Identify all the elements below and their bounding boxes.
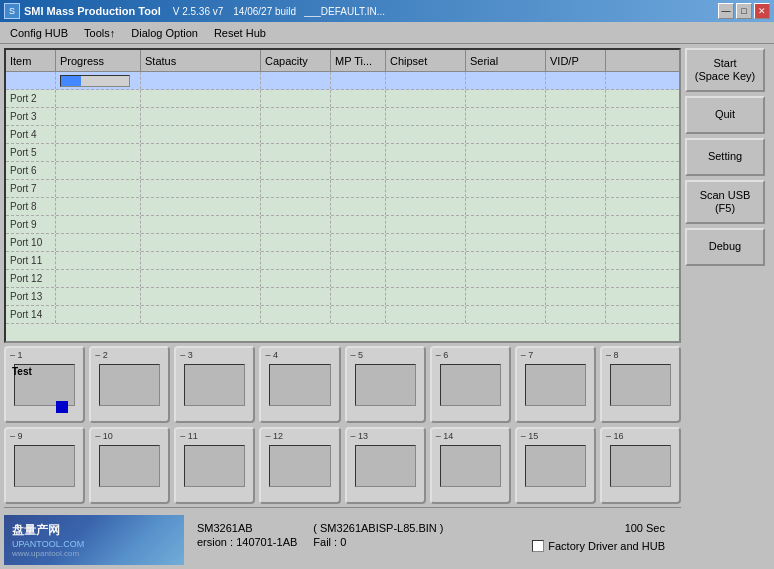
table-row[interactable]: Port 5 xyxy=(6,144,679,162)
table-row[interactable]: Port 6 xyxy=(6,162,679,180)
port-number: – 8 xyxy=(606,350,619,360)
port-test-label: Test xyxy=(12,366,32,377)
port-number: – 12 xyxy=(265,431,283,441)
port-14[interactable]: – 14 xyxy=(430,427,511,504)
port-number: – 5 xyxy=(351,350,364,360)
port-13[interactable]: – 13 xyxy=(345,427,426,504)
watermark-url2: www.upantool.com xyxy=(12,549,176,558)
cell-vidpid xyxy=(546,288,606,305)
table-header: Item Progress Status Capacity MP Ti... C… xyxy=(6,50,679,72)
port-inner xyxy=(525,364,586,406)
port-15[interactable]: – 15 xyxy=(515,427,596,504)
port-indicator xyxy=(56,401,68,413)
menu-config-hub[interactable]: Config HUB xyxy=(2,25,76,41)
maximize-button[interactable]: □ xyxy=(736,3,752,19)
watermark-url: UPANTOOL.COM xyxy=(12,539,176,549)
port-3[interactable]: – 3 xyxy=(174,346,255,423)
cell-status xyxy=(141,90,261,107)
port-11[interactable]: – 11 xyxy=(174,427,255,504)
cell-status xyxy=(141,162,261,179)
table-row[interactable]: Port 2 xyxy=(6,90,679,108)
port-2[interactable]: – 2 xyxy=(89,346,170,423)
setting-button[interactable]: Setting xyxy=(685,138,765,176)
table-row[interactable]: Port 4 xyxy=(6,126,679,144)
cell-capacity xyxy=(261,198,331,215)
menu-dialog-option[interactable]: Dialog Option xyxy=(123,25,206,41)
table-row[interactable]: Port 13 xyxy=(6,288,679,306)
cell-status xyxy=(141,180,261,197)
port-16[interactable]: – 16 xyxy=(600,427,681,504)
scan-usb-button[interactable]: Scan USB(F5) xyxy=(685,180,765,224)
port-inner xyxy=(355,445,416,487)
port-inner xyxy=(525,445,586,487)
port-12[interactable]: – 12 xyxy=(259,427,340,504)
scroll-right-button[interactable]: ▶ xyxy=(661,343,677,344)
close-button[interactable]: ✕ xyxy=(754,3,770,19)
cell-progress xyxy=(56,198,141,215)
horizontal-scrollbar[interactable]: ▶ xyxy=(6,341,679,343)
table-row[interactable] xyxy=(6,72,679,90)
factory-checkbox-row[interactable]: Factory Driver and HUB xyxy=(532,540,665,552)
cell-chipset xyxy=(386,162,466,179)
port-10[interactable]: – 10 xyxy=(89,427,170,504)
port-number: – 11 xyxy=(180,431,198,441)
port-7[interactable]: – 7 xyxy=(515,346,596,423)
cell-status xyxy=(141,252,261,269)
cell-item: Port 12 xyxy=(6,270,56,287)
minimize-button[interactable]: — xyxy=(718,3,734,19)
table-row[interactable]: Port 8 xyxy=(6,198,679,216)
port-6[interactable]: – 6 xyxy=(430,346,511,423)
cell-item: Port 2 xyxy=(6,90,56,107)
menu-reset-hub[interactable]: Reset Hub xyxy=(206,25,274,41)
port-inner: Test xyxy=(14,364,75,406)
cell-serial xyxy=(466,270,546,287)
cell-progress xyxy=(56,126,141,143)
menu-bar: Config HUB Tools↑ Dialog Option Reset Hu… xyxy=(0,22,774,44)
progress-bar xyxy=(60,75,130,87)
cell-vidpid xyxy=(546,216,606,233)
cell-item xyxy=(6,72,56,89)
port-number: – 4 xyxy=(265,350,278,360)
cell-status xyxy=(141,144,261,161)
version-text: V 2.5.36 v7 xyxy=(173,6,224,17)
cell-progress xyxy=(56,252,141,269)
cell-status xyxy=(141,198,261,215)
cell-item: Port 4 xyxy=(6,126,56,143)
factory-checkbox[interactable] xyxy=(532,540,544,552)
table-row[interactable]: Port 12 xyxy=(6,270,679,288)
menu-tools[interactable]: Tools↑ xyxy=(76,25,123,41)
cell-chipset xyxy=(386,72,466,89)
bottom-bar: 盘量产网 UPANTOOL.COM www.upantool.com SM326… xyxy=(4,507,681,565)
cell-status xyxy=(141,108,261,125)
port-1[interactable]: – 1 Test xyxy=(4,346,85,423)
port-5[interactable]: – 5 xyxy=(345,346,426,423)
build-text: 14/06/27 build xyxy=(233,6,296,17)
port-inner xyxy=(355,364,416,406)
port-9[interactable]: – 9 xyxy=(4,427,85,504)
start-button[interactable]: Start(Space Key) xyxy=(685,48,765,92)
title-bar-left: S SMI Mass Production Tool V 2.5.36 v7 1… xyxy=(4,3,385,19)
cell-mpti xyxy=(331,144,386,161)
table-row[interactable]: Port 14 xyxy=(6,306,679,324)
cell-progress xyxy=(56,90,141,107)
port-8[interactable]: – 8 xyxy=(600,346,681,423)
cell-capacity xyxy=(261,270,331,287)
table-row[interactable]: Port 7 xyxy=(6,180,679,198)
port-4[interactable]: – 4 xyxy=(259,346,340,423)
quit-button[interactable]: Quit xyxy=(685,96,765,134)
debug-button[interactable]: Debug xyxy=(685,228,765,266)
app-title: SMI Mass Production Tool xyxy=(24,5,161,17)
watermark-logo: 盘量产网 xyxy=(12,522,176,539)
table-row[interactable]: Port 3 xyxy=(6,108,679,126)
table-row[interactable]: Port 9 xyxy=(6,216,679,234)
title-controls: — □ ✕ xyxy=(718,3,770,19)
cell-chipset xyxy=(386,252,466,269)
table-row[interactable]: Port 11 xyxy=(6,252,679,270)
bin-info-col: ( SM3261ABISP-L85.BIN ) Fail : 0 xyxy=(313,522,443,548)
col-status: Status xyxy=(141,50,261,71)
cell-chipset xyxy=(386,234,466,251)
cell-progress xyxy=(56,72,141,89)
table-row[interactable]: Port 10 xyxy=(6,234,679,252)
bin-file: ( SM3261ABISP-L85.BIN ) xyxy=(313,522,443,534)
port-number: – 1 xyxy=(10,350,23,360)
